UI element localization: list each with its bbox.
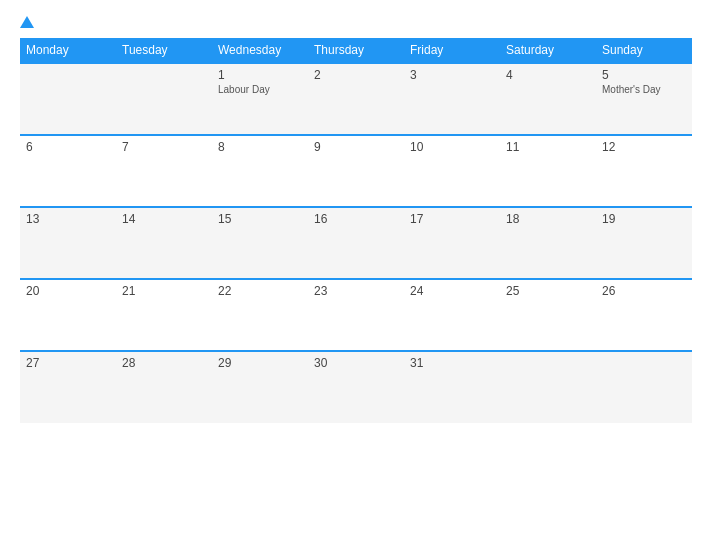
- calendar-cell: 16: [308, 207, 404, 279]
- day-number: 23: [314, 284, 398, 298]
- weekday-header-row: MondayTuesdayWednesdayThursdayFridaySatu…: [20, 38, 692, 63]
- weekday-header-monday: Monday: [20, 38, 116, 63]
- calendar-cell: 6: [20, 135, 116, 207]
- day-event: Labour Day: [218, 84, 302, 95]
- calendar-cell: [596, 351, 692, 423]
- header: [20, 16, 692, 28]
- calendar-cell: 10: [404, 135, 500, 207]
- weekday-header-friday: Friday: [404, 38, 500, 63]
- calendar-cell: 27: [20, 351, 116, 423]
- calendar-page: MondayTuesdayWednesdayThursdayFridaySatu…: [0, 0, 712, 550]
- day-number: 26: [602, 284, 686, 298]
- day-number: 4: [506, 68, 590, 82]
- calendar-cell: 1Labour Day: [212, 63, 308, 135]
- calendar-cell: 26: [596, 279, 692, 351]
- weekday-header-tuesday: Tuesday: [116, 38, 212, 63]
- calendar-cell: 13: [20, 207, 116, 279]
- weekday-header-sunday: Sunday: [596, 38, 692, 63]
- calendar-cell: 24: [404, 279, 500, 351]
- calendar-cell: 7: [116, 135, 212, 207]
- day-event: Mother's Day: [602, 84, 686, 95]
- day-number: 1: [218, 68, 302, 82]
- day-number: 13: [26, 212, 110, 226]
- day-number: 9: [314, 140, 398, 154]
- calendar-cell: 29: [212, 351, 308, 423]
- calendar-cell: 3: [404, 63, 500, 135]
- day-number: 21: [122, 284, 206, 298]
- calendar-cell: 12: [596, 135, 692, 207]
- calendar-cell: 30: [308, 351, 404, 423]
- day-number: 17: [410, 212, 494, 226]
- calendar-cell: 18: [500, 207, 596, 279]
- calendar-cell: 28: [116, 351, 212, 423]
- day-number: 31: [410, 356, 494, 370]
- day-number: 30: [314, 356, 398, 370]
- calendar-cell: 9: [308, 135, 404, 207]
- calendar-cell: [116, 63, 212, 135]
- day-number: 27: [26, 356, 110, 370]
- week-row-5: 2728293031: [20, 351, 692, 423]
- calendar-cell: 4: [500, 63, 596, 135]
- day-number: 19: [602, 212, 686, 226]
- calendar-cell: 31: [404, 351, 500, 423]
- day-number: 5: [602, 68, 686, 82]
- day-number: 29: [218, 356, 302, 370]
- week-row-1: 1Labour Day2345Mother's Day: [20, 63, 692, 135]
- calendar-cell: 25: [500, 279, 596, 351]
- day-number: 20: [26, 284, 110, 298]
- weekday-header-saturday: Saturday: [500, 38, 596, 63]
- day-number: 15: [218, 212, 302, 226]
- day-number: 11: [506, 140, 590, 154]
- day-number: 12: [602, 140, 686, 154]
- calendar-cell: 23: [308, 279, 404, 351]
- calendar-table: MondayTuesdayWednesdayThursdayFridaySatu…: [20, 38, 692, 423]
- day-number: 14: [122, 212, 206, 226]
- calendar-cell: 5Mother's Day: [596, 63, 692, 135]
- logo: [20, 16, 37, 28]
- calendar-cell: 11: [500, 135, 596, 207]
- week-row-3: 13141516171819: [20, 207, 692, 279]
- day-number: 6: [26, 140, 110, 154]
- day-number: 28: [122, 356, 206, 370]
- day-number: 8: [218, 140, 302, 154]
- calendar-cell: 17: [404, 207, 500, 279]
- calendar-cell: 14: [116, 207, 212, 279]
- week-row-2: 6789101112: [20, 135, 692, 207]
- week-row-4: 20212223242526: [20, 279, 692, 351]
- day-number: 7: [122, 140, 206, 154]
- weekday-header-thursday: Thursday: [308, 38, 404, 63]
- day-number: 24: [410, 284, 494, 298]
- calendar-cell: 21: [116, 279, 212, 351]
- day-number: 3: [410, 68, 494, 82]
- calendar-cell: 20: [20, 279, 116, 351]
- day-number: 25: [506, 284, 590, 298]
- calendar-cell: 22: [212, 279, 308, 351]
- weekday-header-wednesday: Wednesday: [212, 38, 308, 63]
- calendar-cell: 19: [596, 207, 692, 279]
- calendar-cell: 15: [212, 207, 308, 279]
- logo-blue-text: [20, 16, 37, 28]
- calendar-cell: 8: [212, 135, 308, 207]
- calendar-cell: [500, 351, 596, 423]
- logo-triangle-icon: [20, 16, 34, 28]
- calendar-cell: [20, 63, 116, 135]
- calendar-cell: 2: [308, 63, 404, 135]
- day-number: 10: [410, 140, 494, 154]
- day-number: 16: [314, 212, 398, 226]
- day-number: 2: [314, 68, 398, 82]
- day-number: 22: [218, 284, 302, 298]
- day-number: 18: [506, 212, 590, 226]
